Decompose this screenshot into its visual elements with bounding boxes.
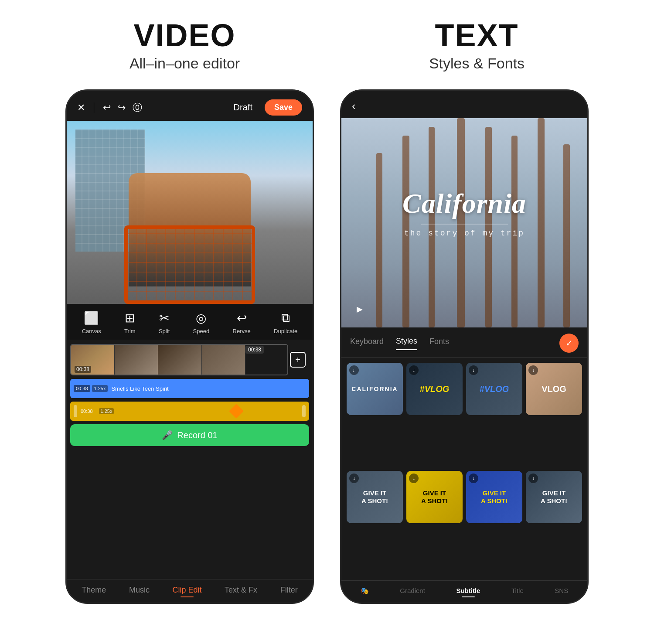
- trim-icon: ⊞: [125, 311, 135, 325]
- give3-thumb-bg: ↓ GIVE IT A SHOT!: [466, 471, 522, 523]
- style-give2[interactable]: ↓ GIVE IT A SHOT!: [406, 471, 463, 523]
- tab-keyboard[interactable]: Keyboard: [350, 337, 384, 350]
- download-icon-8: ↓: [528, 474, 538, 483]
- nav-music[interactable]: Music: [129, 586, 150, 595]
- save-button[interactable]: Save: [265, 99, 302, 116]
- reverse-icon: ↩: [237, 311, 247, 325]
- nav-filter[interactable]: Filter: [280, 586, 298, 595]
- style-give4[interactable]: ↓ GIVE IT A SHOT!: [526, 471, 582, 523]
- canvas-icon: ⬜: [84, 311, 99, 325]
- left-topbar: ✕ ↩ ↪ ⓪ Draft Save: [67, 91, 313, 121]
- palm-trunk-1: [376, 153, 382, 327]
- style-vlog2[interactable]: ↓ #VLOG: [466, 363, 522, 415]
- right-phone: ‹ California the story of my trip ▶ Keyb…: [340, 89, 589, 604]
- palm-trunk-7: [538, 118, 545, 327]
- vlog2-thumb-label: #VLOG: [480, 384, 509, 394]
- play-button[interactable]: ▶: [352, 301, 368, 317]
- tools-row: ⬜ Canvas ⊞ Trim ✂ Split ◎ Speed ↩ Rervse…: [67, 304, 313, 340]
- give4-thumb-bg: ↓ GIVE IT A SHOT!: [526, 471, 582, 523]
- audio-waveform: Smells Like Teen Spirit: [111, 382, 302, 395]
- audio-label: Smells Like Teen Spirit: [111, 385, 168, 392]
- cart-grid: [128, 229, 252, 300]
- give2-thumb-bg: ↓ GIVE IT A SHOT!: [406, 471, 463, 523]
- duplicate-label: Duplicate: [274, 328, 297, 334]
- btab-subtitle[interactable]: Subtitle: [456, 587, 480, 595]
- undo-icon[interactable]: ↩: [103, 102, 111, 113]
- duplicate-icon: ⧉: [281, 311, 290, 325]
- btab-sns[interactable]: SNS: [555, 587, 568, 595]
- palm-trunk-8: [563, 144, 570, 327]
- left-header: VIDEO All–in–one editor: [129, 17, 240, 72]
- audio-time-badge: 00:38: [74, 385, 90, 392]
- download-icon-1: ↓: [349, 365, 359, 375]
- nav-theme[interactable]: Theme: [82, 586, 106, 595]
- video-time-end: 00:38: [245, 346, 264, 354]
- style-give1[interactable]: ↓ GIVE IT A SHOT!: [347, 471, 403, 523]
- nav-text-fx[interactable]: Text & Fx: [225, 586, 257, 595]
- left-header-subtitle: All–in–one editor: [129, 55, 240, 72]
- california-thumb-label: CALIFORNIA: [351, 385, 398, 392]
- style-vlog1[interactable]: ↓ #VLOG: [406, 363, 463, 415]
- tool-split[interactable]: ✂ Split: [159, 311, 170, 334]
- effects-track: 00:38 1.25x: [70, 402, 309, 421]
- tool-speed[interactable]: ◎ Speed: [193, 311, 210, 334]
- effects-speed: 1.25x: [99, 408, 114, 414]
- split-label: Split: [159, 328, 170, 334]
- redo-icon[interactable]: ↪: [118, 102, 126, 113]
- video-thumb-3: [158, 345, 202, 375]
- back-button[interactable]: ‹: [352, 99, 356, 113]
- speed-icon: ◎: [196, 311, 206, 325]
- style-give3[interactable]: ↓ GIVE IT A SHOT!: [466, 471, 522, 523]
- add-track-button[interactable]: +: [290, 352, 306, 368]
- right-header-title: TEXT: [435, 17, 519, 53]
- vlog3-thumb-bg: ↓ VLOG: [526, 363, 582, 415]
- video-preview: [67, 121, 313, 304]
- nav-clip-edit[interactable]: Clip Edit: [172, 586, 201, 595]
- close-icon[interactable]: ✕: [77, 102, 85, 113]
- styles-grid: ↓ CALIFORNIA ↓ #VLOG ↓ #VLOG ↓ VLO: [341, 358, 587, 580]
- speed-label: Speed: [193, 328, 210, 334]
- california-title: California: [402, 187, 526, 220]
- vlog1-thumb-label: #VLOG: [420, 384, 450, 394]
- phones-container: ✕ ↩ ↪ ⓪ Draft Save ⬜ Canvas: [39, 81, 615, 613]
- california-text-block: California the story of my trip: [402, 187, 526, 238]
- style-california[interactable]: ↓ CALIFORNIA: [347, 363, 403, 415]
- record-track[interactable]: 🎤 Record 01: [70, 424, 309, 446]
- draft-label: Draft: [234, 102, 252, 112]
- give1-thumb-bg: ↓ GIVE IT A SHOT!: [347, 471, 403, 523]
- btab-gradient[interactable]: Gradient: [400, 587, 425, 595]
- left-header-title: VIDEO: [133, 17, 235, 53]
- effects-time: 00:38: [81, 409, 93, 414]
- tab-fonts[interactable]: Fonts: [429, 337, 449, 350]
- download-icon-7: ↓: [469, 474, 478, 483]
- effects-diamond: [229, 404, 244, 419]
- tab-styles[interactable]: Styles: [396, 337, 417, 350]
- template-icon: 🎭: [361, 587, 369, 594]
- tool-reverse[interactable]: ↩ Rervse: [233, 311, 251, 334]
- give3-text: GIVE IT A SHOT!: [481, 489, 508, 505]
- california-divider: [421, 224, 508, 225]
- btab-icon-item[interactable]: 🎭: [361, 587, 369, 595]
- btab-title[interactable]: Title: [511, 587, 524, 595]
- tool-canvas[interactable]: ⬜ Canvas: [82, 311, 101, 334]
- split-icon: ✂: [159, 311, 169, 325]
- right-header-subtitle: Styles & Fonts: [429, 55, 525, 72]
- vlog2-thumb-bg: ↓ #VLOG: [466, 363, 522, 415]
- tool-trim[interactable]: ⊞ Trim: [124, 311, 136, 334]
- effects-handle-left: [74, 405, 77, 417]
- style-vlog3[interactable]: ↓ VLOG: [526, 363, 582, 415]
- right-header: TEXT Styles & Fonts: [429, 17, 525, 72]
- trim-label: Trim: [124, 328, 136, 334]
- tool-duplicate[interactable]: ⧉ Duplicate: [274, 311, 297, 334]
- timeline-area: 00:38 + 00:38 00:38 1.25x Smells Like Te…: [67, 340, 313, 579]
- record-label: Record 01: [177, 430, 217, 440]
- video-thumb-4: [202, 345, 245, 375]
- microphone-icon: 🎤: [162, 430, 173, 440]
- video-track: 00:38 + 00:38: [70, 344, 288, 375]
- confirm-button[interactable]: ✓: [559, 334, 579, 353]
- help-icon[interactable]: ⓪: [133, 101, 142, 114]
- tab-bar: Keyboard Styles Fonts ✓: [341, 327, 587, 358]
- header-section: VIDEO All–in–one editor TEXT Styles & Fo…: [0, 0, 654, 81]
- bottom-nav: Theme Music Clip Edit Text & Fx Filter: [67, 579, 313, 603]
- shopping-cart: [124, 225, 255, 304]
